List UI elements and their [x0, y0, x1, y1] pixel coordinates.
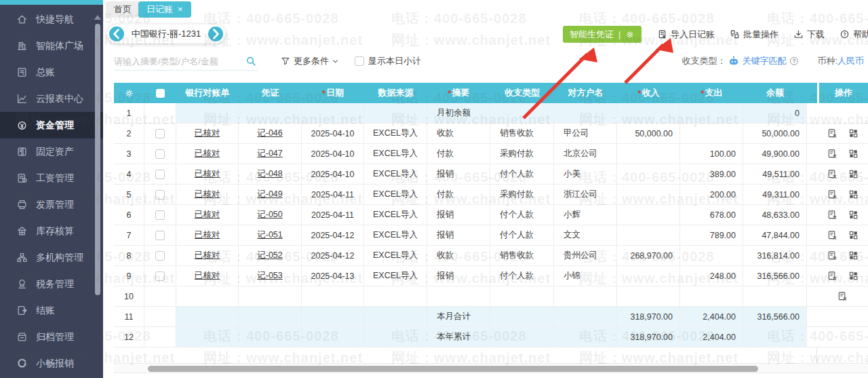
row-checkbox[interactable] — [155, 170, 165, 179]
sidebar-item-label: 多机构管理 — [36, 252, 83, 264]
cell-summary: 收款 — [437, 250, 454, 261]
delete-voucher-icon[interactable] — [827, 250, 837, 261]
horizontal-scrollbar-thumb[interactable] — [148, 366, 758, 372]
bank-reconciled-link[interactable]: 已核对 — [195, 209, 220, 221]
sidebar-item-tax[interactable]: 税务管理 — [0, 271, 103, 297]
sidebar-item-quick-nav[interactable]: 快捷导航 — [0, 6, 103, 33]
tab-home[interactable]: 首页 — [106, 1, 140, 18]
voucher-grid-icon[interactable] — [848, 189, 859, 200]
delete-voucher-icon[interactable] — [827, 149, 837, 159]
cell-type: 销售收款 — [500, 250, 534, 261]
row-checkbox[interactable] — [155, 190, 165, 200]
sidebar-item-payroll[interactable]: 工资管理 — [0, 165, 103, 191]
delete-voucher-icon[interactable] — [837, 291, 848, 301]
voucher-grid-icon[interactable] — [848, 128, 859, 138]
row-checkbox[interactable] — [155, 149, 165, 159]
delete-voucher-icon[interactable] — [827, 210, 837, 220]
tab-journal[interactable]: 日记账× — [138, 1, 191, 18]
voucher-link[interactable]: 记-052 — [257, 250, 283, 261]
cell-party: 北京公司 — [564, 148, 597, 159]
row-checkbox[interactable] — [155, 210, 165, 220]
row-checkbox[interactable] — [155, 271, 165, 281]
search-icon[interactable] — [245, 56, 256, 67]
tab-close-icon[interactable]: × — [178, 4, 183, 14]
column-header-check[interactable] — [144, 83, 176, 103]
sidebar-item-fixed-assets[interactable]: 固定资产 — [0, 138, 103, 165]
voucher-link[interactable]: 记-048 — [257, 168, 283, 180]
delete-voucher-icon[interactable] — [827, 271, 837, 281]
row-checkbox[interactable] — [155, 129, 165, 138]
sidebar-item-funds[interactable]: 资金管理 — [0, 112, 103, 138]
sidebar-item-reimburse[interactable]: 小畅报销 — [0, 350, 103, 377]
column-header-num[interactable] — [114, 83, 144, 103]
prev-account-button[interactable] — [109, 26, 124, 41]
sidebar-item-closing[interactable]: 结账 — [0, 297, 103, 324]
bank-reconciled-link[interactable]: 已核对 — [195, 128, 220, 139]
select-all-checkbox[interactable] — [156, 89, 165, 98]
search-input[interactable] — [114, 53, 236, 69]
sidebar-scrollbar[interactable] — [94, 15, 101, 314]
sidebar-item-inventory[interactable]: 库存核算 — [0, 218, 103, 244]
bank-reconciled-link[interactable]: 已核对 — [195, 168, 220, 180]
delete-voucher-icon[interactable] — [827, 230, 837, 240]
voucher-link[interactable]: 记-050 — [257, 209, 283, 221]
delete-voucher-icon[interactable] — [827, 189, 837, 200]
currency-value[interactable]: 人民币 — [837, 56, 864, 66]
more-conditions-button[interactable]: 更多条件 — [281, 55, 342, 67]
closing-icon — [16, 305, 28, 316]
voucher-grid-icon[interactable] — [848, 271, 859, 281]
sidebar-item-archive[interactable]: 归档管理 — [0, 324, 103, 350]
bank-reconciled-link[interactable]: 已核对 — [195, 250, 220, 261]
tax-icon — [16, 278, 28, 290]
bank-reconciled-link[interactable]: 已核对 — [195, 148, 220, 159]
download-button[interactable]: 下载 — [793, 29, 825, 41]
row-operations — [817, 164, 868, 184]
sidebar-item-agent-plaza[interactable]: 智能体广场 — [0, 33, 103, 59]
horizontal-scrollbar[interactable] — [114, 363, 868, 373]
voucher-grid-icon[interactable] — [848, 250, 859, 261]
help-circle-icon[interactable]: ? — [789, 56, 800, 67]
row-operations — [817, 205, 868, 225]
cell-source: EXCEL导入 — [373, 168, 418, 180]
sidebar-item-cloud-report[interactable]: 云报表中心 — [0, 86, 103, 112]
row-checkbox[interactable] — [155, 231, 165, 240]
voucher-link[interactable]: 记-047 — [257, 148, 283, 159]
column-header-source: 数据来源 — [364, 83, 427, 103]
sidebar-item-label: 固定资产 — [36, 146, 74, 158]
sidebar-item-invoice[interactable]: 发票管理 — [0, 191, 103, 218]
next-account-button[interactable] — [208, 26, 223, 41]
voucher-link[interactable]: 记-051 — [257, 229, 283, 241]
bank-reconciled-link[interactable]: 已核对 — [195, 189, 220, 200]
checkbox-icon[interactable] — [355, 56, 364, 66]
smart-voucher-button[interactable]: 智能生凭证 | — [563, 26, 642, 43]
voucher-link[interactable]: 记-053 — [257, 270, 283, 282]
scroll-up-arrow-icon[interactable] — [94, 15, 101, 20]
sidebar-item-multi-org[interactable]: 多机构管理 — [0, 244, 103, 271]
gear-icon[interactable] — [625, 30, 635, 39]
batch-ops-button[interactable]: 批量操作 — [730, 29, 778, 41]
voucher-grid-icon[interactable] — [848, 210, 859, 220]
import-journal-button[interactable]: 导入日记账 — [657, 29, 715, 41]
row-checkbox[interactable] — [155, 251, 165, 261]
sidebar-scrollbar-thumb[interactable] — [95, 24, 100, 295]
journal-page: 快捷导航智能体广场总账云报表中心资金管理固定资产工资管理发票管理库存核算多机构管… — [0, 0, 868, 378]
voucher-grid-icon[interactable] — [848, 169, 859, 179]
cell-income: 50,000.00 — [635, 129, 673, 138]
voucher-link[interactable]: 记-046 — [257, 128, 283, 139]
delete-voucher-icon[interactable] — [827, 128, 837, 138]
voucher-grid-icon[interactable] — [848, 149, 859, 159]
help-button[interactable]: ?帮助 — [840, 29, 868, 41]
show-daily-subtotal-checkbox[interactable]: 显示本日小计 — [355, 55, 421, 67]
bank-reconciled-link[interactable]: 已核对 — [195, 270, 220, 282]
delete-voucher-icon[interactable] — [827, 169, 837, 179]
column-settings-gear-icon[interactable] — [124, 88, 134, 98]
filter-right-group: 收支类型： 关键字匹配 ? 币种:人民币 — [682, 55, 864, 67]
keyword-match-link[interactable]: 关键字匹配 — [742, 55, 786, 67]
sidebar-top-strip — [0, 0, 103, 5]
voucher-grid-icon[interactable] — [848, 230, 859, 240]
bank-reconciled-link[interactable]: 已核对 — [195, 229, 220, 241]
sidebar-item-general-ledger[interactable]: 总账 — [0, 59, 103, 86]
table-row: 11本月合计318,970.002,404.00316,566.00 — [114, 307, 868, 327]
robot-icon[interactable] — [728, 56, 739, 67]
voucher-link[interactable]: 记-049 — [257, 189, 283, 200]
